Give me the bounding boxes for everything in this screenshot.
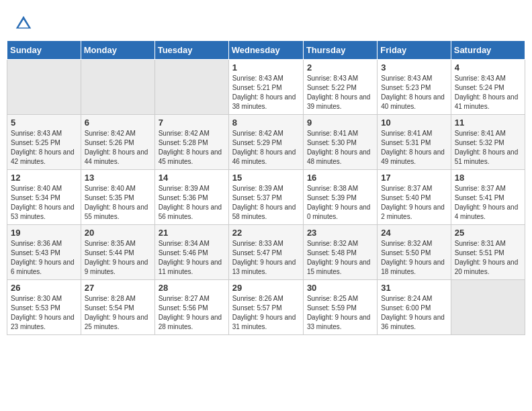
day-info: Sunrise: 8:41 AM Sunset: 5:31 PM Dayligh… (381, 129, 447, 167)
calendar-cell: 22Sunrise: 8:33 AM Sunset: 5:47 PM Dayli… (228, 225, 303, 280)
day-info: Sunrise: 8:32 AM Sunset: 5:48 PM Dayligh… (307, 239, 373, 277)
logo-icon (13, 13, 34, 34)
day-number: 5 (11, 118, 77, 128)
day-number: 8 (232, 118, 300, 128)
day-info: Sunrise: 8:35 AM Sunset: 5:44 PM Dayligh… (85, 239, 151, 277)
calendar-cell: 27Sunrise: 8:28 AM Sunset: 5:54 PM Dayli… (81, 280, 154, 335)
day-number: 28 (159, 283, 225, 293)
calendar-week-row: 1Sunrise: 8:43 AM Sunset: 5:21 PM Daylig… (7, 60, 525, 115)
calendar-week-row: 19Sunrise: 8:36 AM Sunset: 5:43 PM Dayli… (7, 225, 525, 280)
day-info: Sunrise: 8:28 AM Sunset: 5:54 PM Dayligh… (85, 294, 151, 332)
day-number: 31 (381, 283, 447, 293)
day-info: Sunrise: 8:36 AM Sunset: 5:43 PM Dayligh… (11, 239, 77, 277)
day-info: Sunrise: 8:43 AM Sunset: 5:22 PM Dayligh… (307, 74, 373, 111)
day-number: 2 (307, 62, 373, 73)
calendar-cell: 3Sunrise: 8:43 AM Sunset: 5:23 PM Daylig… (378, 60, 451, 115)
day-info: Sunrise: 8:31 AM Sunset: 5:51 PM Dayligh… (455, 239, 521, 277)
day-info: Sunrise: 8:43 AM Sunset: 5:24 PM Dayligh… (455, 74, 521, 111)
day-number: 27 (85, 283, 151, 293)
day-info: Sunrise: 8:42 AM Sunset: 5:29 PM Dayligh… (232, 129, 300, 167)
day-info: Sunrise: 8:27 AM Sunset: 5:56 PM Dayligh… (159, 294, 225, 332)
day-of-week-header: Friday (378, 41, 451, 60)
day-info: Sunrise: 8:30 AM Sunset: 5:53 PM Dayligh… (11, 294, 77, 332)
calendar-cell: 11Sunrise: 8:41 AM Sunset: 5:32 PM Dayli… (451, 115, 525, 170)
day-number: 18 (455, 173, 521, 183)
day-info: Sunrise: 8:39 AM Sunset: 5:36 PM Dayligh… (159, 184, 225, 222)
day-info: Sunrise: 8:24 AM Sunset: 6:00 PM Dayligh… (381, 294, 447, 332)
calendar-week-row: 5Sunrise: 8:43 AM Sunset: 5:25 PM Daylig… (7, 115, 525, 170)
day-info: Sunrise: 8:41 AM Sunset: 5:32 PM Dayligh… (455, 129, 521, 167)
day-number: 1 (232, 62, 300, 73)
day-info: Sunrise: 8:33 AM Sunset: 5:47 PM Dayligh… (232, 239, 300, 277)
calendar-cell: 23Sunrise: 8:32 AM Sunset: 5:48 PM Dayli… (303, 225, 377, 280)
day-info: Sunrise: 8:26 AM Sunset: 5:57 PM Dayligh… (232, 294, 300, 332)
day-of-week-header: Thursday (303, 41, 377, 60)
calendar-cell: 17Sunrise: 8:37 AM Sunset: 5:40 PM Dayli… (378, 170, 451, 225)
day-number: 12 (11, 173, 77, 183)
day-number: 24 (381, 228, 447, 238)
calendar-cell: 2Sunrise: 8:43 AM Sunset: 5:22 PM Daylig… (303, 60, 377, 115)
calendar-cell: 9Sunrise: 8:41 AM Sunset: 5:30 PM Daylig… (303, 115, 377, 170)
calendar-cell: 12Sunrise: 8:40 AM Sunset: 5:34 PM Dayli… (7, 170, 81, 225)
calendar-cell: 6Sunrise: 8:42 AM Sunset: 5:26 PM Daylig… (81, 115, 154, 170)
day-info: Sunrise: 8:40 AM Sunset: 5:35 PM Dayligh… (85, 184, 151, 222)
calendar-cell: 24Sunrise: 8:32 AM Sunset: 5:50 PM Dayli… (378, 225, 451, 280)
day-info: Sunrise: 8:34 AM Sunset: 5:46 PM Dayligh… (159, 239, 225, 277)
day-info: Sunrise: 8:43 AM Sunset: 5:23 PM Dayligh… (381, 74, 447, 111)
day-number: 21 (159, 228, 225, 238)
day-number: 30 (307, 283, 373, 293)
day-number: 11 (455, 118, 521, 128)
day-of-week-header: Sunday (7, 41, 81, 60)
logo (13, 13, 36, 34)
day-of-week-header: Wednesday (228, 41, 303, 60)
calendar-cell: 8Sunrise: 8:42 AM Sunset: 5:29 PM Daylig… (228, 115, 303, 170)
calendar-cell: 15Sunrise: 8:39 AM Sunset: 5:37 PM Dayli… (228, 170, 303, 225)
day-of-week-header: Saturday (451, 41, 525, 60)
calendar-week-row: 26Sunrise: 8:30 AM Sunset: 5:53 PM Dayli… (7, 280, 525, 335)
calendar-cell: 18Sunrise: 8:37 AM Sunset: 5:41 PM Dayli… (451, 170, 525, 225)
day-number: 16 (307, 173, 373, 183)
day-info: Sunrise: 8:37 AM Sunset: 5:41 PM Dayligh… (455, 184, 521, 222)
day-number: 7 (159, 118, 225, 128)
day-number: 26 (11, 283, 77, 293)
calendar-cell: 14Sunrise: 8:39 AM Sunset: 5:36 PM Dayli… (154, 170, 228, 225)
day-info: Sunrise: 8:32 AM Sunset: 5:50 PM Dayligh… (381, 239, 447, 277)
calendar-cell: 29Sunrise: 8:26 AM Sunset: 5:57 PM Dayli… (228, 280, 303, 335)
day-number: 13 (85, 173, 151, 183)
calendar-table: SundayMondayTuesdayWednesdayThursdayFrid… (7, 40, 525, 335)
day-number: 6 (85, 118, 151, 128)
day-number: 3 (381, 62, 447, 73)
calendar-cell: 31Sunrise: 8:24 AM Sunset: 6:00 PM Dayli… (378, 280, 451, 335)
calendar-cell (154, 60, 228, 115)
day-number: 29 (232, 283, 300, 293)
day-info: Sunrise: 8:43 AM Sunset: 5:25 PM Dayligh… (11, 129, 77, 167)
calendar-cell: 20Sunrise: 8:35 AM Sunset: 5:44 PM Dayli… (81, 225, 154, 280)
day-of-week-header: Monday (81, 41, 154, 60)
day-number: 4 (455, 62, 521, 73)
calendar-cell: 21Sunrise: 8:34 AM Sunset: 5:46 PM Dayli… (154, 225, 228, 280)
calendar-cell: 26Sunrise: 8:30 AM Sunset: 5:53 PM Dayli… (7, 280, 81, 335)
calendar-cell: 7Sunrise: 8:42 AM Sunset: 5:28 PM Daylig… (154, 115, 228, 170)
day-number: 17 (381, 173, 447, 183)
calendar-cell: 30Sunrise: 8:25 AM Sunset: 5:59 PM Dayli… (303, 280, 377, 335)
calendar-cell (451, 280, 525, 335)
day-info: Sunrise: 8:38 AM Sunset: 5:39 PM Dayligh… (307, 184, 373, 222)
day-number: 10 (381, 118, 447, 128)
calendar-cell: 5Sunrise: 8:43 AM Sunset: 5:25 PM Daylig… (7, 115, 81, 170)
day-info: Sunrise: 8:42 AM Sunset: 5:28 PM Dayligh… (159, 129, 225, 167)
calendar-header-row: SundayMondayTuesdayWednesdayThursdayFrid… (7, 41, 525, 60)
calendar-cell: 19Sunrise: 8:36 AM Sunset: 5:43 PM Dayli… (7, 225, 81, 280)
calendar-cell: 1Sunrise: 8:43 AM Sunset: 5:21 PM Daylig… (228, 60, 303, 115)
calendar-cell: 16Sunrise: 8:38 AM Sunset: 5:39 PM Dayli… (303, 170, 377, 225)
calendar-cell: 28Sunrise: 8:27 AM Sunset: 5:56 PM Dayli… (154, 280, 228, 335)
calendar-cell: 10Sunrise: 8:41 AM Sunset: 5:31 PM Dayli… (378, 115, 451, 170)
day-info: Sunrise: 8:43 AM Sunset: 5:21 PM Dayligh… (232, 74, 300, 111)
page-header (7, 7, 525, 37)
day-info: Sunrise: 8:25 AM Sunset: 5:59 PM Dayligh… (307, 294, 373, 332)
calendar-cell (81, 60, 154, 115)
day-info: Sunrise: 8:40 AM Sunset: 5:34 PM Dayligh… (11, 184, 77, 222)
day-number: 20 (85, 228, 151, 238)
day-info: Sunrise: 8:39 AM Sunset: 5:37 PM Dayligh… (232, 184, 300, 222)
day-number: 23 (307, 228, 373, 238)
day-info: Sunrise: 8:42 AM Sunset: 5:26 PM Dayligh… (85, 129, 151, 167)
